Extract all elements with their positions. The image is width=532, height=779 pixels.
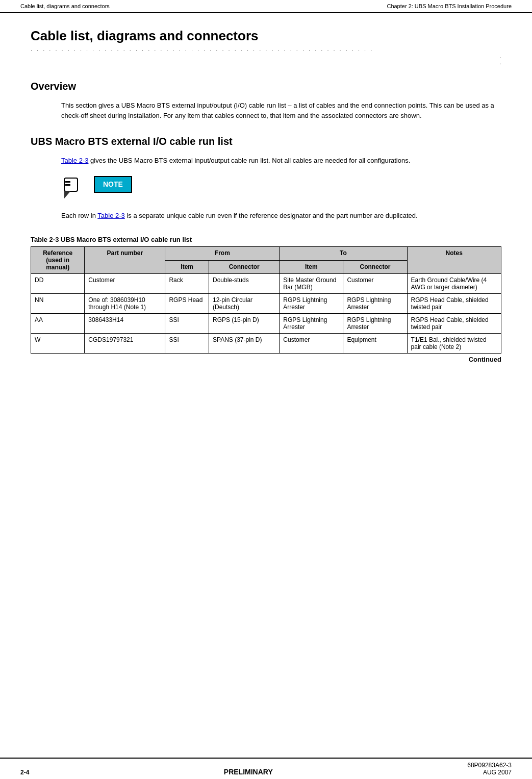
th-notes: Notes [407,247,501,274]
footer-bar: 2-4 PRELIMINARY 68P09283A62-3 AUG 2007 [0,758,532,779]
th-from-item: Item [165,260,209,274]
header-left: Cable list, diagrams and connectors [20,3,110,9]
note-table-ref[interactable]: Table 2-3 [97,212,124,219]
table-row: AA 3086433H14 SSI RGPS (15-pin D) RGPS L… [31,314,501,334]
header-right: Chapter 2: UBS Macro BTS Installation Pr… [387,3,512,9]
cell-part: Customer [85,274,165,294]
note-content: NOTE [94,176,132,193]
cell-from-connector: Double-studs [209,274,280,294]
cell-from-connector: SPANS (37-pin D) [209,334,280,354]
th-from-connector: Connector [209,260,280,274]
continued-label: Continued [469,356,501,363]
th-to: To [280,247,407,261]
table-row: W CGDS19797321 SSI SPANS (37-pin D) Cust… [31,334,501,354]
note-text: Each row in Table 2-3 is a separate uniq… [61,211,501,221]
footer-left: 2-4 [20,769,29,776]
cell-to-connector: Equipment [343,334,407,354]
cell-to-connector: RGPS Lightning Arrester [343,314,407,334]
note-badge: NOTE [94,176,132,193]
cell-part: One of: 3086039H10 through H14 (Note 1) [85,294,165,314]
cell-part: CGDS19797321 [85,334,165,354]
svg-rect-1 [65,181,70,183]
cell-notes: Earth Ground Cable/Wire (4 AWG or larger… [407,274,501,294]
table-section-body: Table 2-3 gives the UBS Macro BTS extern… [61,156,501,220]
th-to-item: Item [280,260,343,274]
cable-table: Reference (used in manual) Part number F… [31,246,501,354]
cell-to-connector: Customer [343,274,407,294]
cell-from-item: SSI [165,314,209,334]
footer-right: 68P09283A62-3 AUG 2007 [467,762,512,776]
overview-heading: Overview [31,81,501,92]
table-intro: Table 2-3 gives the UBS Macro BTS extern… [61,156,501,166]
svg-marker-3 [64,191,70,198]
cell-to-item: RGPS Lightning Arrester [280,294,343,314]
table-row: NN One of: 3086039H10 through H14 (Note … [31,294,501,314]
cell-ref: AA [31,314,85,334]
table-ref-link-intro[interactable]: Table 2-3 [61,157,88,164]
header-bar: Cable list, diagrams and connectors Chap… [0,0,532,13]
cell-to-item: Site Master Ground Bar (MGB) [280,274,343,294]
cell-to-connector: RGPS Lightning Arrester [343,294,407,314]
page-wrapper: Cable list, diagrams and connectors Chap… [0,0,532,779]
th-to-connector: Connector [343,260,407,274]
note-container: NOTE [61,176,501,203]
cell-from-item: SSI [165,334,209,354]
title-dots2: . . [31,53,501,65]
main-content: Cable list, diagrams and connectors . . … [0,13,532,758]
cell-from-item: RGPS Head [165,294,209,314]
cell-to-item: Customer [280,334,343,354]
svg-rect-2 [65,184,70,186]
cell-ref: W [31,334,85,354]
table-section-heading: UBS Macro BTS external I/O cable run lis… [31,136,501,147]
table-section: Table 2-3 UBS Macro BTS external I/O cab… [31,236,501,363]
th-part-number: Part number [85,247,165,274]
cell-notes: T1/E1 Bal., shielded twisted pair cable … [407,334,501,354]
cell-part: 3086433H14 [85,314,165,334]
cell-ref: DD [31,274,85,294]
cell-to-item: RGPS Lightning Arrester [280,314,343,334]
cell-notes: RGPS Head Cable, shielded twisted pair [407,314,501,334]
th-reference: Reference (used in manual) [31,247,85,274]
note-icon [61,176,86,203]
footer-center: PRELIMINARY [224,768,273,776]
cell-ref: NN [31,294,85,314]
table-row: DD Customer Rack Double-studs Site Maste… [31,274,501,294]
cell-from-connector: RGPS (15-pin D) [209,314,280,334]
th-from: From [165,247,280,261]
table-caption: Table 2-3 UBS Macro BTS external I/O cab… [31,236,501,243]
page-title: Cable list, diagrams and connectors [31,28,501,44]
overview-body: This section gives a UBS Macro BTS exter… [61,100,501,120]
cell-from-item: Rack [165,274,209,294]
title-dots: . . . . . . . . . . . . . . . . . . . . … [31,46,501,52]
cell-notes: RGPS Head Cable, shielded twisted pair [407,294,501,314]
cell-from-connector: 12-pin Circular (Deutsch) [209,294,280,314]
